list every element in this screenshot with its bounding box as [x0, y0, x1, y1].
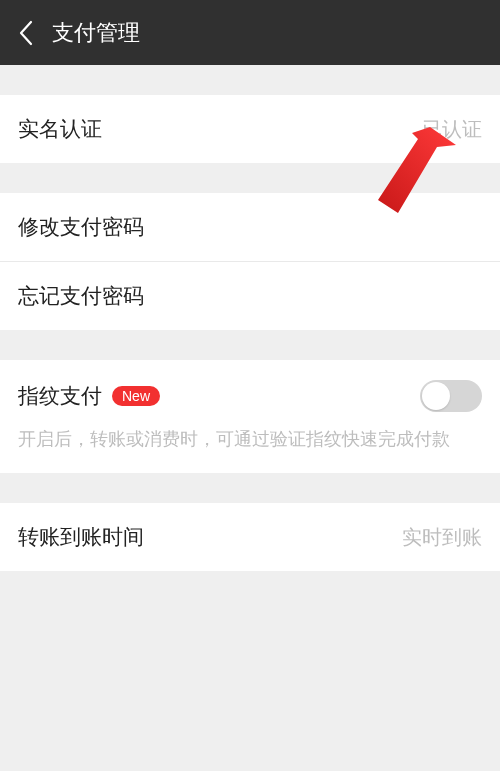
- row-label: 忘记支付密码: [18, 282, 144, 310]
- new-badge: New: [112, 386, 160, 406]
- toggle-knob: [422, 382, 450, 410]
- header: 支付管理: [0, 0, 500, 65]
- row-value: 已认证: [422, 116, 482, 143]
- row-modify-password[interactable]: 修改支付密码: [0, 193, 500, 261]
- fingerprint-toggle[interactable]: [420, 380, 482, 412]
- row-label: 指纹支付: [18, 382, 102, 410]
- chevron-left-icon: [18, 20, 34, 46]
- spacer: [0, 330, 500, 360]
- back-button[interactable]: [12, 19, 40, 47]
- spacer: [0, 163, 500, 193]
- fingerprint-hint: 开启后，转账或消费时，可通过验证指纹快速完成付款: [0, 422, 500, 473]
- row-fingerprint-pay: 指纹支付 New: [0, 360, 500, 422]
- row-left: 指纹支付 New: [18, 382, 160, 410]
- spacer: [0, 473, 500, 503]
- page-title: 支付管理: [52, 18, 140, 48]
- row-transfer-time[interactable]: 转账到账时间 实时到账: [0, 503, 500, 571]
- spacer: [0, 65, 500, 95]
- row-label: 实名认证: [18, 115, 102, 143]
- row-label: 修改支付密码: [18, 213, 144, 241]
- row-realname-auth[interactable]: 实名认证 已认证: [0, 95, 500, 163]
- row-value: 实时到账: [402, 524, 482, 551]
- row-label: 转账到账时间: [18, 523, 144, 551]
- row-forgot-password[interactable]: 忘记支付密码: [0, 261, 500, 330]
